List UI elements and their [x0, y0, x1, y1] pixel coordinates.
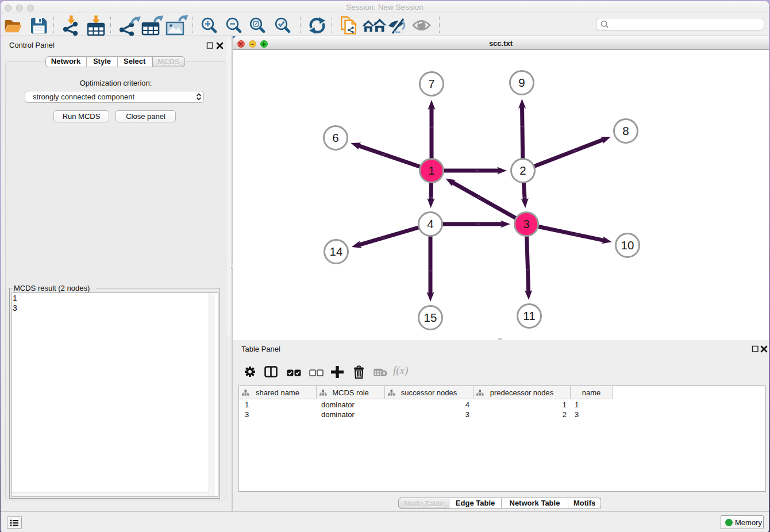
svg-text:4: 4	[427, 217, 433, 230]
svg-text:7: 7	[428, 77, 434, 90]
svg-text:3: 3	[523, 217, 529, 230]
svg-text:8: 8	[622, 124, 629, 137]
svg-text:10: 10	[621, 238, 634, 252]
svg-text:11: 11	[523, 309, 535, 322]
svg-text:14: 14	[330, 245, 343, 258]
svg-text:1: 1	[428, 164, 434, 177]
svg-text:15: 15	[424, 311, 437, 324]
svg-text:2: 2	[519, 164, 526, 177]
svg-text:6: 6	[332, 131, 338, 144]
svg-text:9: 9	[518, 76, 525, 89]
